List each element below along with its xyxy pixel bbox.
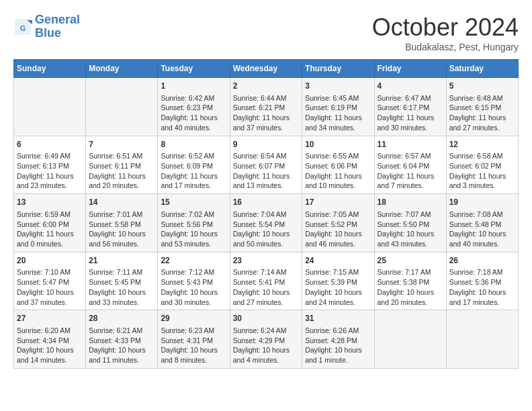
title-block: October 2024 Budakalasz, Pest, Hungary — [372, 13, 519, 52]
day-info: Sunrise: 6:21 AM Sunset: 4:33 PM Dayligh… — [89, 326, 154, 365]
calendar-cell: 10Sunrise: 6:55 AM Sunset: 6:06 PM Dayli… — [302, 136, 374, 194]
calendar-week-1: 1Sunrise: 6:42 AM Sunset: 6:23 PM Daylig… — [14, 78, 519, 136]
calendar-cell: 1Sunrise: 6:42 AM Sunset: 6:23 PM Daylig… — [158, 78, 230, 136]
day-number: 24 — [305, 255, 371, 267]
day-number: 25 — [378, 255, 443, 267]
day-info: Sunrise: 7:02 AM Sunset: 5:56 PM Dayligh… — [161, 210, 226, 249]
day-number: 20 — [17, 255, 83, 267]
day-number: 28 — [89, 313, 154, 324]
day-number: 12 — [449, 139, 515, 150]
day-info: Sunrise: 6:20 AM Sunset: 4:34 PM Dayligh… — [17, 326, 83, 365]
calendar-cell: 9Sunrise: 6:54 AM Sunset: 6:07 PM Daylig… — [230, 136, 302, 194]
calendar-cell: 28Sunrise: 6:21 AM Sunset: 4:33 PM Dayli… — [86, 310, 158, 369]
calendar-cell: 5Sunrise: 6:48 AM Sunset: 6:15 PM Daylig… — [446, 78, 518, 136]
day-info: Sunrise: 6:54 AM Sunset: 6:07 PM Dayligh… — [233, 151, 300, 191]
day-number: 6 — [17, 139, 83, 150]
header-cell-saturday: Saturday — [446, 60, 518, 78]
day-info: Sunrise: 6:44 AM Sunset: 6:21 PM Dayligh… — [233, 93, 300, 133]
calendar-cell: 17Sunrise: 7:05 AM Sunset: 5:52 PM Dayli… — [302, 194, 374, 253]
day-number: 19 — [449, 197, 515, 208]
calendar-cell: 23Sunrise: 7:14 AM Sunset: 5:41 PM Dayli… — [230, 252, 302, 310]
header-row: SundayMondayTuesdayWednesdayThursdayFrid… — [14, 60, 519, 78]
day-number: 2 — [233, 81, 300, 92]
day-info: Sunrise: 7:14 AM Sunset: 5:41 PM Dayligh… — [233, 267, 300, 307]
svg-text:G: G — [20, 24, 26, 32]
day-number: 10 — [305, 139, 371, 150]
day-info: Sunrise: 6:47 AM Sunset: 6:17 PM Dayligh… — [378, 93, 443, 133]
day-info: Sunrise: 7:15 AM Sunset: 5:39 PM Dayligh… — [305, 267, 371, 307]
day-info: Sunrise: 6:24 AM Sunset: 4:29 PM Dayligh… — [233, 326, 300, 365]
day-info: Sunrise: 6:49 AM Sunset: 6:13 PM Dayligh… — [17, 151, 83, 191]
day-info: Sunrise: 6:52 AM Sunset: 6:09 PM Dayligh… — [161, 151, 226, 191]
day-info: Sunrise: 7:11 AM Sunset: 5:45 PM Dayligh… — [89, 267, 154, 307]
calendar-cell: 6Sunrise: 6:49 AM Sunset: 6:13 PM Daylig… — [14, 136, 86, 194]
calendar-cell: 12Sunrise: 6:58 AM Sunset: 6:02 PM Dayli… — [446, 136, 518, 194]
calendar-cell: 14Sunrise: 7:01 AM Sunset: 5:58 PM Dayli… — [86, 194, 158, 253]
day-number: 15 — [161, 197, 226, 208]
day-info: Sunrise: 6:45 AM Sunset: 6:19 PM Dayligh… — [305, 93, 371, 133]
calendar-header: SundayMondayTuesdayWednesdayThursdayFrid… — [14, 60, 519, 78]
calendar-cell — [14, 78, 86, 136]
day-number: 21 — [89, 255, 154, 267]
day-info: Sunrise: 7:01 AM Sunset: 5:58 PM Dayligh… — [89, 210, 154, 249]
day-info: Sunrise: 6:57 AM Sunset: 6:04 PM Dayligh… — [378, 151, 443, 191]
logo-line1: General — [35, 13, 80, 26]
calendar-cell: 27Sunrise: 6:20 AM Sunset: 4:34 PM Dayli… — [14, 310, 86, 369]
calendar-cell: 13Sunrise: 6:59 AM Sunset: 6:00 PM Dayli… — [14, 194, 86, 253]
day-number: 31 — [305, 313, 371, 324]
month-title: October 2024 — [372, 13, 519, 42]
day-number: 1 — [161, 81, 226, 92]
day-info: Sunrise: 6:51 AM Sunset: 6:11 PM Dayligh… — [89, 151, 154, 191]
day-number: 26 — [449, 255, 515, 267]
day-info: Sunrise: 7:07 AM Sunset: 5:50 PM Dayligh… — [378, 210, 443, 249]
header-cell-thursday: Thursday — [302, 60, 374, 78]
calendar-cell: 22Sunrise: 7:12 AM Sunset: 5:43 PM Dayli… — [158, 252, 230, 310]
calendar-table: SundayMondayTuesdayWednesdayThursdayFrid… — [13, 59, 519, 369]
day-info: Sunrise: 6:58 AM Sunset: 6:02 PM Dayligh… — [449, 151, 515, 191]
calendar-cell: 29Sunrise: 6:23 AM Sunset: 4:31 PM Dayli… — [158, 310, 230, 369]
logo-text: General Blue — [35, 13, 80, 40]
day-info: Sunrise: 7:17 AM Sunset: 5:38 PM Dayligh… — [378, 267, 443, 307]
day-number: 27 — [17, 313, 83, 324]
day-info: Sunrise: 6:55 AM Sunset: 6:06 PM Dayligh… — [305, 151, 371, 191]
calendar-cell: 18Sunrise: 7:07 AM Sunset: 5:50 PM Dayli… — [374, 194, 446, 253]
calendar-cell: 4Sunrise: 6:47 AM Sunset: 6:17 PM Daylig… — [374, 78, 446, 136]
calendar-cell: 26Sunrise: 7:18 AM Sunset: 5:36 PM Dayli… — [446, 252, 518, 310]
day-number: 14 — [89, 197, 154, 208]
day-number: 5 — [449, 81, 515, 92]
calendar-cell: 2Sunrise: 6:44 AM Sunset: 6:21 PM Daylig… — [230, 78, 302, 136]
logo-icon: G — [13, 17, 32, 36]
day-number: 29 — [161, 313, 226, 324]
calendar-cell — [446, 310, 518, 369]
day-info: Sunrise: 7:05 AM Sunset: 5:52 PM Dayligh… — [305, 210, 371, 249]
header-cell-friday: Friday — [374, 60, 446, 78]
calendar-cell: 31Sunrise: 6:26 AM Sunset: 4:28 PM Dayli… — [302, 310, 374, 369]
day-number: 22 — [161, 255, 226, 267]
day-number: 13 — [17, 197, 83, 208]
location: Budakalasz, Pest, Hungary — [372, 42, 519, 52]
header-cell-monday: Monday — [86, 60, 158, 78]
calendar-cell: 19Sunrise: 7:08 AM Sunset: 5:48 PM Dayli… — [446, 194, 518, 253]
calendar-cell: 24Sunrise: 7:15 AM Sunset: 5:39 PM Dayli… — [302, 252, 374, 310]
day-number: 7 — [89, 139, 154, 150]
calendar-week-2: 6Sunrise: 6:49 AM Sunset: 6:13 PM Daylig… — [14, 136, 519, 194]
page-header: G General Blue October 2024 Budakalasz, … — [13, 13, 519, 52]
calendar-cell — [374, 310, 446, 369]
day-number: 16 — [233, 197, 300, 208]
day-info: Sunrise: 6:48 AM Sunset: 6:15 PM Dayligh… — [449, 93, 515, 133]
day-number: 11 — [378, 139, 443, 150]
logo: G General Blue — [13, 13, 80, 40]
day-number: 4 — [378, 81, 443, 92]
day-info: Sunrise: 6:59 AM Sunset: 6:00 PM Dayligh… — [17, 210, 83, 249]
calendar-week-4: 20Sunrise: 7:10 AM Sunset: 5:47 PM Dayli… — [14, 252, 519, 310]
calendar-cell: 7Sunrise: 6:51 AM Sunset: 6:11 PM Daylig… — [86, 136, 158, 194]
day-number: 9 — [233, 139, 300, 150]
calendar-cell: 11Sunrise: 6:57 AM Sunset: 6:04 PM Dayli… — [374, 136, 446, 194]
calendar-cell: 15Sunrise: 7:02 AM Sunset: 5:56 PM Dayli… — [158, 194, 230, 253]
day-info: Sunrise: 7:04 AM Sunset: 5:54 PM Dayligh… — [233, 210, 300, 249]
calendar-cell: 30Sunrise: 6:24 AM Sunset: 4:29 PM Dayli… — [230, 310, 302, 369]
calendar-cell: 21Sunrise: 7:11 AM Sunset: 5:45 PM Dayli… — [86, 252, 158, 310]
day-info: Sunrise: 6:42 AM Sunset: 6:23 PM Dayligh… — [161, 93, 226, 133]
logo-line2: Blue — [35, 26, 61, 40]
day-info: Sunrise: 6:23 AM Sunset: 4:31 PM Dayligh… — [161, 326, 226, 365]
